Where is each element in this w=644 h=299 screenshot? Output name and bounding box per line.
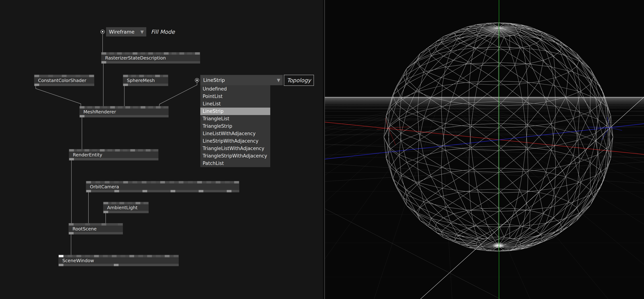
output-port[interactable]	[104, 211, 108, 213]
input-port[interactable]	[136, 202, 140, 204]
input-port[interactable]	[115, 149, 120, 151]
output-port[interactable]	[69, 158, 74, 160]
panel-divider[interactable]	[323, 0, 325, 299]
input-port[interactable]	[120, 255, 125, 257]
topology-option-LineStripWithAdjacency[interactable]: LineStripWithAdjacency	[200, 137, 270, 145]
topology-option-LineStrip[interactable]: LineStrip	[200, 108, 270, 115]
topology-option-TriangleStrip[interactable]: TriangleStrip	[200, 122, 270, 130]
input-port[interactable]	[92, 149, 97, 151]
topology-option-LineList[interactable]: LineList	[200, 100, 270, 108]
fill-mode-connector-port[interactable]	[100, 30, 105, 34]
topology-option-PatchList[interactable]: PatchList	[200, 160, 270, 167]
topology-option-Undefined[interactable]: Undefined	[200, 85, 270, 93]
output-port[interactable]	[114, 264, 118, 266]
input-port[interactable]	[123, 149, 128, 151]
input-port[interactable]	[130, 255, 134, 257]
input-port[interactable]	[117, 52, 122, 55]
input-port[interactable]	[147, 75, 152, 77]
input-port[interactable]	[123, 181, 128, 183]
output-port[interactable]	[69, 232, 74, 234]
input-port[interactable]	[234, 181, 239, 183]
input-port[interactable]	[179, 181, 184, 183]
topology-option-TriangleList[interactable]: TriangleList	[200, 115, 270, 122]
input-port[interactable]	[80, 106, 84, 109]
input-port[interactable]	[165, 255, 170, 257]
input-port[interactable]	[95, 106, 100, 109]
input-port[interactable]	[172, 52, 176, 55]
input-port[interactable]	[112, 255, 116, 257]
input-port[interactable]	[174, 255, 178, 257]
input-port[interactable]	[187, 52, 192, 55]
input-port[interactable]	[197, 181, 202, 183]
topology-option-TriangleStripWithAdjacency[interactable]: TriangleStripWithAdjacency	[200, 152, 270, 160]
input-port[interactable]	[131, 75, 136, 77]
output-port[interactable]	[142, 190, 147, 192]
input-port[interactable]	[138, 255, 143, 257]
input-port[interactable]	[156, 106, 160, 109]
graph-node-OrbitCamera[interactable]: OrbitCamera	[86, 181, 239, 192]
input-port[interactable]	[85, 223, 90, 225]
graph-node-RenderEntity[interactable]: RenderEntity	[69, 149, 158, 160]
input-port[interactable]	[148, 106, 153, 109]
output-port[interactable]	[114, 190, 119, 192]
input-port[interactable]	[103, 255, 108, 257]
input-port[interactable]	[125, 52, 130, 55]
input-port[interactable]	[206, 181, 211, 183]
input-port[interactable]	[110, 106, 115, 109]
3d-viewport[interactable]	[325, 0, 644, 299]
input-port[interactable]	[146, 149, 150, 151]
output-port[interactable]	[227, 190, 232, 192]
input-port[interactable]	[100, 149, 104, 151]
input-port[interactable]	[76, 255, 81, 257]
input-port[interactable]	[76, 75, 80, 77]
graph-node-RootScene[interactable]: RootScene	[68, 223, 123, 234]
input-port[interactable]	[118, 223, 122, 225]
input-port[interactable]	[126, 106, 130, 109]
input-port[interactable]	[155, 75, 160, 77]
input-port[interactable]	[132, 181, 137, 183]
input-port[interactable]	[133, 52, 138, 55]
input-port[interactable]	[104, 202, 108, 204]
graph-node-MeshRenderer[interactable]: MeshRenderer	[80, 106, 168, 117]
input-port[interactable]	[144, 202, 148, 204]
input-port[interactable]	[114, 181, 119, 183]
node-wire[interactable]	[36, 86, 81, 106]
input-port[interactable]	[138, 149, 143, 151]
input-port[interactable]	[85, 255, 90, 257]
input-port[interactable]	[147, 255, 152, 257]
input-port[interactable]	[69, 223, 74, 225]
input-port[interactable]	[69, 149, 74, 151]
input-port[interactable]	[160, 181, 165, 183]
output-port[interactable]	[123, 84, 128, 86]
output-port[interactable]	[80, 115, 84, 117]
input-port[interactable]	[120, 202, 124, 204]
output-port[interactable]	[170, 190, 175, 192]
topology-connector-port[interactable]	[195, 78, 199, 82]
output-port[interactable]	[34, 84, 39, 86]
input-port[interactable]	[225, 181, 230, 183]
input-port[interactable]	[151, 181, 156, 183]
topology-option-PointList[interactable]: PointList	[200, 93, 270, 100]
input-port[interactable]	[216, 181, 220, 183]
input-port[interactable]	[94, 255, 99, 257]
node-graph-panel[interactable]: RasterizerStateDescriptionConstantColorS…	[0, 0, 324, 299]
fill-mode-dropdown[interactable]: Wireframe ▼	[106, 27, 146, 37]
input-port[interactable]	[140, 52, 145, 55]
input-port[interactable]	[180, 52, 184, 55]
input-port[interactable]	[128, 202, 132, 204]
input-port[interactable]	[164, 106, 168, 109]
input-port[interactable]	[156, 255, 160, 257]
input-port[interactable]	[89, 75, 94, 77]
input-port[interactable]	[118, 106, 122, 109]
input-port[interactable]	[102, 223, 106, 225]
input-port[interactable]	[133, 106, 138, 109]
input-port[interactable]	[153, 149, 158, 151]
input-port[interactable]	[142, 181, 146, 183]
output-port[interactable]	[59, 264, 64, 266]
graph-node-SceneWindow[interactable]: SceneWindow	[58, 255, 179, 266]
input-port[interactable]	[86, 181, 91, 183]
output-port[interactable]	[199, 190, 203, 192]
topology-option-TriangleListWithAdjacency[interactable]: TriangleListWithAdjacency	[200, 145, 270, 152]
input-port[interactable]	[96, 181, 100, 183]
input-port[interactable]	[188, 181, 193, 183]
